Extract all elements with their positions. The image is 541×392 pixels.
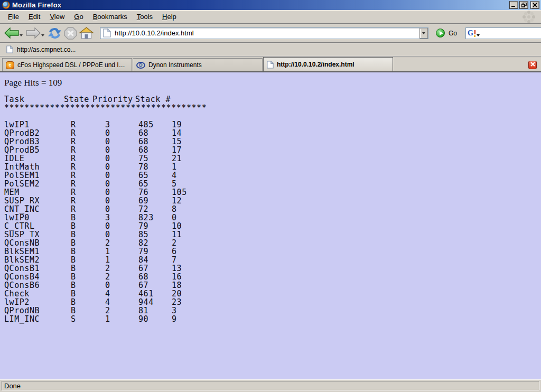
home-button[interactable] [78, 26, 95, 40]
menu-edit[interactable]: Edit [24, 11, 45, 22]
table-row: QProdNBB2813 [0, 306, 541, 315]
table-row: BlkSEM1B1796 [0, 247, 541, 256]
table-row: QConsB1B26713 [0, 264, 541, 273]
search-bar: G [465, 27, 541, 39]
menu-tools[interactable]: Tools [132, 11, 157, 22]
table-row: CNT_INCR0728 [0, 205, 541, 213]
header-task: Task [4, 95, 24, 104]
page-icon [6, 45, 13, 53]
header-stack: Stack # [135, 95, 171, 104]
close-button[interactable] [530, 1, 539, 9]
table-row: QConsB6B06718 [0, 281, 541, 290]
home-icon [79, 27, 94, 39]
status-text: Done [2, 381, 539, 390]
restore-icon [521, 3, 527, 7]
url-dropdown-button[interactable] [419, 28, 428, 39]
google-icon[interactable]: G [468, 29, 476, 38]
header-priority: Priority [92, 95, 133, 104]
menu-bookmarks[interactable]: Bookmarks [88, 11, 132, 22]
search-input[interactable] [480, 29, 541, 38]
tab-dynon[interactable]: D Dynon Instruments [133, 58, 263, 71]
page-hits-text: Page Hits = 109 [0, 72, 541, 89]
bookmark-item[interactable]: http://as.cmpnet.co... [4, 44, 78, 54]
tab-bar: c cFos Highspeed DSL / PPPoE und ISDN CA… [0, 57, 541, 72]
url-bar [100, 27, 428, 39]
table-row: C_CTRLB07910 [0, 222, 541, 230]
page-icon [103, 29, 111, 38]
table-row: lwIP2B494423 [0, 298, 541, 306]
table-row: SUSP_TXB08511 [0, 230, 541, 239]
navigation-toolbar: Go G [0, 24, 541, 43]
menu-go[interactable]: Go [69, 11, 88, 22]
forward-button[interactable] [25, 26, 46, 40]
bookmarks-toolbar: http://as.cmpnet.co... [0, 43, 541, 57]
tab-index-html[interactable]: http://10.0.10.2/index.html [263, 57, 393, 71]
go-label: Go [449, 30, 457, 37]
forward-dropdown-icon[interactable] [41, 34, 44, 36]
close-tab-button[interactable] [528, 61, 537, 69]
back-arrow-icon [4, 27, 19, 39]
go-button[interactable]: Go [435, 27, 460, 39]
menu-view[interactable]: View [45, 11, 69, 22]
table-row: CheckB446120 [0, 290, 541, 298]
tab-label: cFos Highspeed DSL / PPPoE und ISDN CAP.… [17, 61, 128, 69]
task-table: Task State Priority Stack # ************… [0, 95, 541, 323]
table-row: QConsNBB2822 [0, 239, 541, 247]
table-row: lwIP0B38230 [0, 213, 541, 222]
firefox-logo-icon [2, 1, 10, 9]
menu-help[interactable]: Help [157, 11, 181, 22]
task-rows: lwIP1R348519QProdB2R06814QProdB3R06815QP… [0, 120, 541, 323]
menu-file[interactable]: File [3, 11, 24, 22]
table-row: IDLER07521 [0, 154, 541, 163]
back-button[interactable] [3, 26, 25, 40]
table-row: QConsB4B26816 [0, 273, 541, 281]
dynon-favicon-icon: D [136, 62, 145, 69]
minimize-icon [511, 3, 516, 7]
tab-cfos[interactable]: c cFos Highspeed DSL / PPPoE und ISDN CA… [2, 58, 132, 71]
table-row: BlkSEM2B1847 [0, 256, 541, 264]
reload-icon [48, 27, 62, 40]
close-icon [533, 3, 537, 7]
minimize-button[interactable] [509, 1, 518, 9]
back-dropdown-icon[interactable] [20, 34, 23, 36]
table-row: LIM_INCS1909 [0, 315, 541, 323]
table-row: QProdB3R06815 [0, 137, 541, 146]
menu-bar: File Edit View Go Bookmarks Tools Help [0, 10, 541, 24]
table-row: SUSP_RXR06912 [0, 197, 541, 205]
url-input[interactable] [114, 29, 419, 38]
status-bar: Done [0, 379, 541, 392]
table-header-row: Task State Priority Stack # [0, 95, 541, 104]
chevron-down-icon [422, 32, 425, 34]
table-row: QProdB5R06817 [0, 146, 541, 154]
table-row: QProdB2R06814 [0, 129, 541, 137]
table-row: PolSEM2R0655 [0, 180, 541, 188]
table-row: PolSEM1R0654 [0, 171, 541, 180]
page-icon [267, 61, 274, 69]
window-controls [509, 1, 539, 9]
bookmark-label: http://as.cmpnet.co... [17, 46, 76, 53]
table-row: IntMathR0781 [0, 163, 541, 171]
table-row: lwIP1R348519 [0, 120, 541, 129]
cfos-favicon-icon: c [6, 61, 14, 69]
firefox-window: { "window": { "title": "Mozilla Firefox"… [0, 0, 541, 392]
page-content: Page Hits = 109 Task State Priority Stac… [0, 72, 541, 379]
close-icon [530, 62, 535, 67]
table-row: MEMR076105 [0, 188, 541, 197]
tab-label: Dynon Instruments [148, 61, 202, 69]
stop-icon [64, 27, 77, 40]
reload-button[interactable] [46, 26, 63, 41]
restore-button[interactable] [519, 1, 528, 9]
header-state: State [64, 95, 89, 104]
window-title: Mozilla Firefox [12, 1, 509, 9]
throbber-icon [527, 15, 530, 18]
stop-button[interactable] [63, 26, 78, 41]
tab-label: http://10.0.10.2/index.html [277, 61, 355, 68]
go-icon [436, 29, 445, 38]
title-bar: Mozilla Firefox [0, 0, 541, 10]
table-divider: **************************************** [0, 104, 541, 112]
forward-arrow-icon [26, 27, 41, 39]
